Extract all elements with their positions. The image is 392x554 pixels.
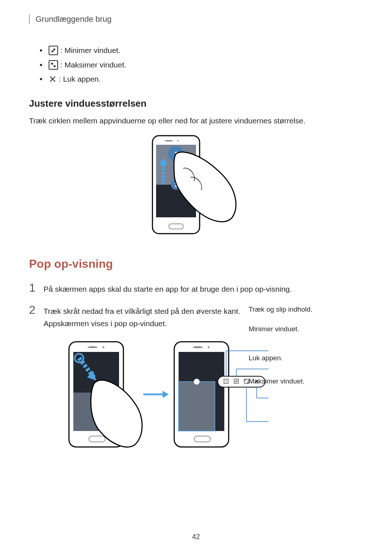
step-number: 2	[29, 304, 44, 329]
maximize-window-icon	[49, 60, 58, 70]
legend-maximize: : Maksimer vinduet.	[40, 60, 363, 70]
page-number: 42	[0, 533, 392, 541]
callout-drag: Træk og slip indhold.	[249, 305, 339, 313]
legend-maximize-text: : Maksimer vinduet.	[60, 61, 126, 69]
legend-close: : Luk appen.	[40, 75, 363, 83]
step-1: 1 På skærmen apps skal du starte en app …	[29, 282, 363, 295]
section-header: Grundlæggende brug	[29, 15, 363, 24]
figure-adjust-window-size	[29, 134, 363, 239]
svg-point-12	[87, 346, 98, 348]
step-2-text: Træk skråt nedad fra et vilkårligt sted …	[44, 304, 240, 329]
legend-close-text: : Luk appen.	[59, 75, 101, 83]
bullet-icon	[40, 49, 42, 52]
svg-rect-18	[179, 382, 215, 431]
section-title: Grundlæggende brug	[36, 15, 111, 24]
step-number: 1	[29, 282, 44, 295]
icon-legend-list: : Minimer vinduet. : Maksimer vinduet. :…	[40, 46, 363, 83]
legend-minimize-text: : Minimer vinduet.	[60, 46, 121, 55]
svg-point-20	[194, 379, 200, 385]
svg-point-13	[103, 346, 105, 348]
svg-point-3	[164, 140, 173, 141]
callout-maximize: Maksimer vinduet.	[249, 377, 339, 385]
bullet-icon	[40, 78, 42, 80]
callout-close: Luk appen.	[249, 354, 339, 362]
minimize-window-icon	[49, 46, 58, 55]
subheading-adjust-size: Justere vinduesstørrelsen	[29, 98, 363, 109]
heading-popup-view: Pop op-visning	[29, 257, 363, 271]
svg-point-22	[208, 346, 210, 348]
legend-minimize: : Minimer vinduet.	[40, 46, 363, 55]
step-1-text: På skærmen apps skal du starte en app fo…	[44, 282, 292, 295]
close-icon	[49, 75, 57, 83]
callout-minimize: Minimer vinduet.	[249, 325, 339, 333]
svg-point-4	[177, 140, 179, 141]
adjust-size-description: Træk cirklen mellem appvinduerne op elle…	[29, 115, 363, 127]
bullet-icon	[40, 64, 42, 66]
figure-popup-view: Træk og slip indhold. Minimer vinduet. L…	[29, 338, 363, 454]
svg-point-21	[193, 346, 203, 348]
